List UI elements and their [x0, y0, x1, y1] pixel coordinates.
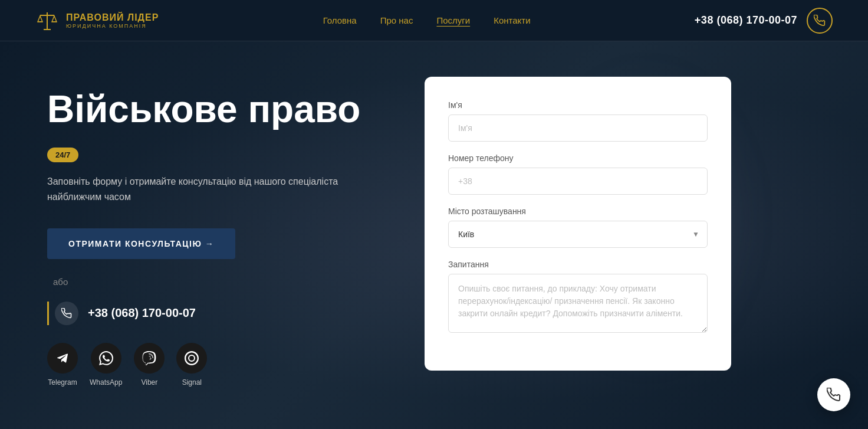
signal-icon: [185, 351, 199, 365]
main-nav: Головна Про нас Послуги Контакти: [323, 15, 531, 25]
viber-icon-circle: [134, 343, 165, 374]
whatsapp-label: WhatsApp: [90, 378, 122, 387]
hero-phone-number: +38 (068) 170-00-07: [88, 306, 196, 320]
telegram-icon: [55, 351, 70, 365]
social-signal[interactable]: Signal: [176, 343, 207, 387]
telegram-icon-circle: [47, 343, 78, 374]
city-select-wrapper: Київ Харків Одеса Дніпро Львів ▼: [448, 221, 708, 248]
whatsapp-icon-circle: [91, 343, 121, 374]
logo-subtitle: ЮРИДИЧНА КОМПАНІЯ: [66, 23, 159, 29]
phone-label: Номер телефону: [448, 153, 708, 163]
social-viber[interactable]: Viber: [134, 343, 165, 387]
nav-services[interactable]: Послуги: [436, 15, 470, 25]
hero-title: Військове право: [47, 89, 389, 130]
header: ПРАВОВИЙ ЛІДЕР ЮРИДИЧНА КОМПАНІЯ Головна…: [0, 0, 868, 41]
phone-icon-wrapper: [55, 302, 78, 325]
hero-left: Військове право 24/7 Заповніть форму і о…: [47, 77, 389, 387]
hero-right: Ім'я Номер телефону Місто розташування К…: [425, 77, 731, 371]
whatsapp-icon: [99, 351, 113, 365]
logo[interactable]: ПРАВОВИЙ ЛІДЕР ЮРИДИЧНА КОМПАНІЯ: [35, 9, 159, 32]
header-phone: +38 (068) 170-00-07: [695, 14, 797, 27]
hero-content: Військове право 24/7 Заповніть форму і о…: [0, 41, 868, 429]
floating-phone-button[interactable]: [817, 378, 850, 411]
social-telegram[interactable]: Telegram: [47, 343, 78, 387]
phone-row: +38 (068) 170-00-07: [47, 302, 389, 325]
viber-icon: [142, 351, 156, 365]
availability-badge: 24/7: [47, 148, 78, 162]
social-row: Telegram WhatsApp: [47, 343, 389, 387]
question-label: Запитання: [448, 260, 708, 269]
header-phone-button[interactable]: [807, 8, 833, 34]
logo-title: ПРАВОВИЙ ЛІДЕР: [66, 12, 159, 23]
city-label: Місто розташування: [448, 207, 708, 216]
social-whatsapp[interactable]: WhatsApp: [90, 343, 122, 387]
phone-hero-icon: [61, 308, 72, 319]
svg-rect-5: [44, 29, 51, 30]
telegram-label: Telegram: [48, 378, 77, 387]
consultation-form: Ім'я Номер телефону Місто розташування К…: [425, 77, 731, 371]
nav-home[interactable]: Головна: [323, 15, 357, 25]
cta-consultation-button[interactable]: ОТРИМАТИ КОНСУЛЬТАЦІЮ →: [47, 228, 235, 259]
nav-about[interactable]: Про нас: [380, 15, 413, 25]
city-group: Місто розташування Київ Харків Одеса Дні…: [448, 207, 708, 248]
phone-icon: [814, 15, 826, 27]
viber-label: Viber: [141, 378, 157, 387]
name-input[interactable]: [448, 114, 708, 142]
svg-rect-2: [40, 15, 54, 16]
name-group: Ім'я: [448, 100, 708, 142]
hero-section: Військове право 24/7 Заповніть форму і о…: [0, 41, 868, 429]
phone-group: Номер телефону: [448, 153, 708, 195]
city-select[interactable]: Київ Харків Одеса Дніпро Львів: [448, 221, 708, 248]
name-label: Ім'я: [448, 100, 708, 110]
floating-phone-icon: [827, 388, 841, 402]
nav-contacts[interactable]: Контакти: [494, 15, 530, 25]
signal-label: Signal: [182, 378, 202, 387]
or-text: або: [53, 277, 389, 287]
question-group: Запитання: [448, 260, 708, 335]
header-right: +38 (068) 170-00-07: [695, 8, 833, 34]
logo-icon: [35, 9, 59, 32]
signal-icon-circle: [176, 343, 207, 374]
question-textarea[interactable]: [448, 274, 708, 333]
hero-description: Заповніть форму і отримайте консультацію…: [47, 174, 389, 204]
logo-text: ПРАВОВИЙ ЛІДЕР ЮРИДИЧНА КОМПАНІЯ: [66, 12, 159, 29]
phone-input[interactable]: [448, 168, 708, 195]
